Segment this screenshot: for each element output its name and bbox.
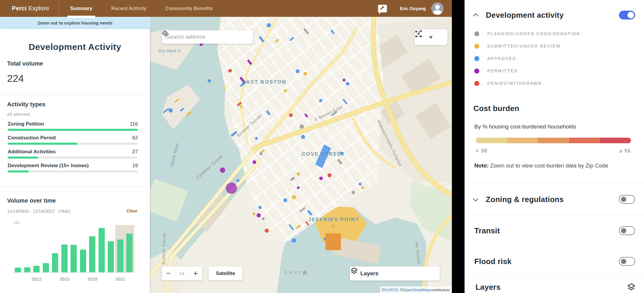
map-layers-button[interactable]: Layers [350,266,440,281]
user-name: Eric Ouyang [400,6,426,11]
legend-dot-icon [474,44,479,49]
divider [465,215,644,215]
flood-risk-title: Flood risk [474,257,619,266]
legend-item: APPROVED [474,52,580,65]
zoom-level: 14 [175,266,189,280]
satellite-button[interactable]: Satellite [209,266,242,280]
chart-bar-2019[interactable] [99,228,105,272]
chart-bar-2017[interactable] [80,250,86,272]
divider [465,96,644,96]
legend-item: SUBMITTED/UNDER REVIEW [474,40,580,52]
chart-bar-2014[interactable] [52,253,58,272]
chart-x-tick: 2015 [60,276,69,281]
zoom-in-button[interactable]: + [189,266,202,280]
chart-bar-2016[interactable] [71,245,77,272]
map-marker-orange-parcel [326,233,341,250]
right-panel: Development activity PLANNING/UNDER CONS… [465,0,644,293]
chart-x-tick: 2012 [32,276,41,281]
activity-types-list: Zoning Petition116Construction Permit62A… [8,121,138,177]
legend-dot-icon [474,31,479,36]
map-attribution: © CARTO, © OpenStreetMap contributors [380,287,452,293]
chart-x-tick: 2021 [115,276,125,281]
attribution-link[interactable]: CARTO [385,288,398,292]
zoom-out-button[interactable]: − [162,266,175,280]
activity-label: Development Review (15+ homes) [8,163,89,168]
draw-polygon-icon [414,29,423,38]
feedback-icon[interactable] [378,5,387,12]
locate-icon[interactable] [162,30,169,37]
map-label: COVE STREET [302,151,345,157]
total-volume-label: Total volume [7,60,43,67]
layers-icon [627,283,636,292]
chart-bar-2021[interactable] [117,240,123,272]
volume-chart[interactable] [13,225,134,273]
draw-polygon-button[interactable] [414,29,447,45]
section-development-activity-header: Development activity [473,8,635,22]
cost-burden-section: Cost burden [473,104,644,113]
chart-x-tick: 2018 [87,276,97,281]
carto-watermark: CART [284,270,307,275]
activity-value: 116 [130,121,138,127]
volume-over-time-heading: Volume over time [7,197,56,204]
layers-footer[interactable]: Layers [475,281,636,293]
cost-scale-min: < 30 [476,148,488,154]
divider [0,187,150,187]
development-activity-toggle[interactable] [619,11,635,19]
chart-bar-2010[interactable] [15,268,21,272]
zoom-banner: Zoom out to explore housing needs [0,17,150,29]
attribution-link[interactable]: OpenStreetMap [403,288,430,292]
chart-bar-2020[interactable] [108,241,114,272]
legend-dot-icon [474,69,479,74]
chart-bar-2012[interactable] [33,266,40,272]
legend-item: PERMITTED [474,65,580,77]
tab-recent-activity[interactable]: Recent Activity [109,0,148,17]
legend-dot-icon [474,56,479,61]
date-range-value: 11/14/2020 - 11/14/2022 [7,209,55,214]
carto-dot [303,271,307,275]
chevron-down-icon[interactable] [473,197,478,202]
nav-tabs: SummaryRecent ActivityCommunity Benefits [68,0,215,17]
section-flood-risk-header: Flood risk [474,255,635,268]
chevron-up-icon[interactable] [473,13,478,17]
map-graphics: EAST BOSTONCOVE STREETJEFFRIES POINTDry … [150,17,452,293]
development-activity-legend: PLANNING/UNDER CONSIDERATIONSUBMITTED/UN… [474,27,580,89]
activity-row[interactable]: Additional Activities27 [8,149,138,163]
chart-bar-2011[interactable] [24,267,30,272]
legend-item: PLANNING/UNDER CONSIDERATION [474,27,580,40]
activity-value: 62 [132,135,138,141]
nav-divider [59,0,59,17]
cost-burden-gradient [476,138,631,143]
activity-bar [8,157,138,159]
brand-name: Perci [12,5,27,12]
zoom-control: − 14 + [162,266,202,280]
app-logo[interactable]: Perci Explore [12,0,49,17]
map-label: EAST BOSTON [242,79,286,85]
flood-risk-toggle[interactable] [619,257,635,266]
cost-burden-title: Cost burden [473,104,519,113]
activity-row[interactable]: Zoning Petition116 [8,121,138,135]
chart-bar-2018[interactable] [89,236,95,272]
activity-bar [8,170,138,172]
transit-toggle[interactable] [619,226,635,235]
user-avatar[interactable] [431,2,444,15]
divider [465,183,644,183]
map-canvas[interactable]: EAST BOSTONCOVE STREETJEFFRIES POINTDry … [150,17,452,293]
chart-bar-2013[interactable] [43,263,49,272]
chart-bar-2015[interactable] [61,245,68,272]
zoning-toggle[interactable] [619,195,635,204]
search-bar [162,30,253,44]
tab-community-benefits[interactable]: Community Benefits [164,0,215,17]
activity-label: Zoning Petition [8,121,44,127]
activity-row[interactable]: Development Review (15+ homes)19 [8,163,138,177]
activity-value: 19 [132,163,138,169]
cost-scale-max: ≥ 55 [620,148,631,154]
chart-ymax-label: 132 [13,220,20,225]
section-zoning-header: Zoning & regulations [473,193,635,206]
search-input[interactable] [166,34,249,40]
activity-row[interactable]: Construction Permit62 [8,135,138,149]
layers-icon [350,266,359,275]
chart-bar-2022[interactable] [126,234,133,272]
divider [0,95,150,95]
tab-summary[interactable]: Summary [68,0,94,17]
clear-button[interactable]: Clear [126,208,138,213]
